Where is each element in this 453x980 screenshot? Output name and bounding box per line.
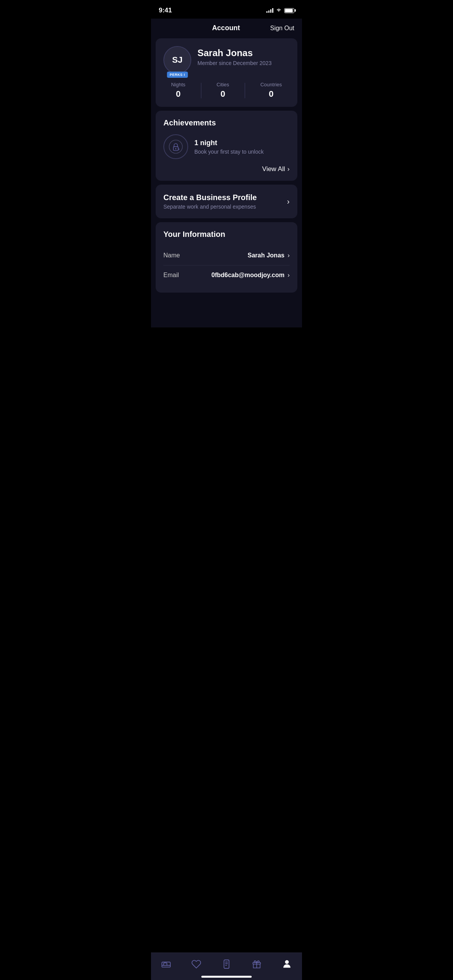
avatar: SJ — [163, 46, 191, 74]
view-all-row: View All › — [163, 165, 290, 173]
profile-info: Sarah Jonas Member since December 2023 — [197, 46, 271, 66]
sign-out-button[interactable]: Sign Out — [270, 25, 294, 32]
info-email-label: Email — [163, 272, 179, 279]
achievements-card: Achievements 1 night Book your first sta… — [156, 111, 297, 181]
achievement-title: 1 night — [194, 139, 290, 147]
business-profile-card[interactable]: Create a Business Profile Separate work … — [156, 185, 297, 218]
stat-cities-label: Cities — [216, 82, 229, 87]
svg-point-2 — [175, 148, 177, 149]
stat-countries-label: Countries — [260, 82, 282, 87]
business-card-title: Create a Business Profile — [163, 193, 257, 202]
business-card-text: Create a Business Profile Separate work … — [163, 193, 257, 210]
business-profile-chevron: › — [287, 197, 290, 206]
achievement-text: 1 night Book your first stay to unlock — [194, 139, 290, 155]
info-name-chevron: › — [288, 252, 290, 259]
profile-card: SJ PERKS I Sarah Jonas Member since Dece… — [156, 38, 297, 107]
member-since: Member since December 2023 — [197, 60, 271, 66]
business-card-desc: Separate work and personal expenses — [163, 204, 257, 210]
info-email-value-row: 0fbd6cab@moodjoy.com › — [211, 272, 290, 279]
battery-icon — [284, 8, 294, 13]
stat-countries: Countries 0 — [260, 82, 282, 99]
avatar-container: SJ PERKS I — [163, 46, 191, 74]
info-email-chevron: › — [288, 272, 290, 279]
stat-nights: Nights 0 — [171, 82, 185, 99]
view-all-chevron: › — [287, 165, 290, 173]
stat-nights-label: Nights — [171, 82, 185, 87]
profile-name: Sarah Jonas — [197, 48, 271, 58]
view-all-button[interactable]: View All › — [262, 165, 290, 173]
main-content: SJ PERKS I Sarah Jonas Member since Dece… — [151, 38, 302, 327]
perks-badge: PERKS I — [167, 72, 188, 78]
stat-divider-2 — [245, 83, 245, 98]
page-title: Account — [182, 24, 270, 32]
wifi-icon — [276, 8, 282, 13]
profile-header: SJ PERKS I Sarah Jonas Member since Dece… — [163, 46, 290, 74]
info-row-name[interactable]: Name Sarah Jonas › — [163, 246, 290, 266]
info-row-email[interactable]: Email 0fbd6cab@moodjoy.com › — [163, 266, 290, 285]
stat-divider-1 — [201, 83, 201, 98]
info-email-value: 0fbd6cab@moodjoy.com — [211, 272, 285, 279]
info-name-value: Sarah Jonas — [248, 252, 285, 259]
signal-icon — [266, 8, 273, 13]
achievements-title: Achievements — [163, 118, 290, 127]
info-name-value-row: Sarah Jonas › — [248, 252, 290, 259]
your-information-card: Your Information Name Sarah Jonas › Emai… — [156, 222, 297, 293]
avatar-initials: SJ — [172, 55, 183, 65]
stat-cities-value: 0 — [220, 89, 225, 99]
achievement-item: 1 night Book your first stay to unlock — [163, 134, 290, 159]
status-bar: 9:41 — [151, 0, 302, 19]
nav-header: Account Sign Out — [151, 19, 302, 38]
view-all-label: View All — [262, 165, 285, 173]
achievement-lock-icon — [163, 134, 188, 159]
achievement-desc: Book your first stay to unlock — [194, 149, 290, 155]
stat-nights-value: 0 — [176, 89, 180, 99]
stat-cities: Cities 0 — [216, 82, 229, 99]
stats-row: Nights 0 Cities 0 Countries 0 — [163, 82, 290, 99]
info-name-label: Name — [163, 252, 180, 259]
your-information-title: Your Information — [163, 230, 290, 239]
status-icons — [266, 8, 294, 13]
stat-countries-value: 0 — [269, 89, 273, 99]
status-time: 9:41 — [159, 7, 172, 14]
